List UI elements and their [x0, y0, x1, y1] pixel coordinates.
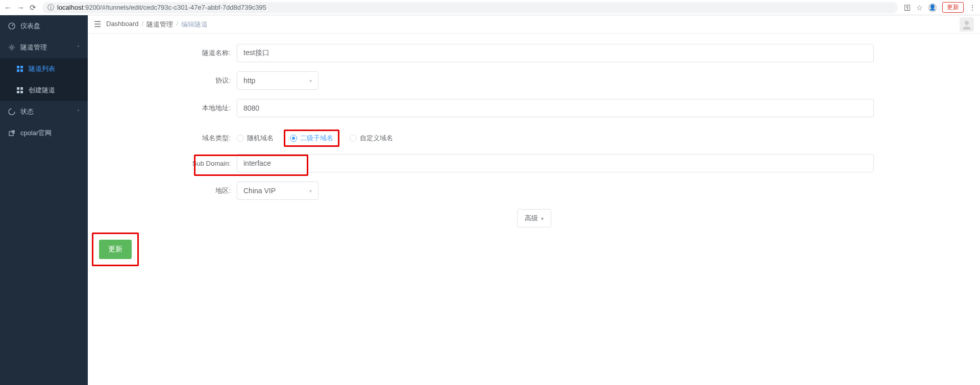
url-bar[interactable]: ⓘ localhost:9200/#/tunnels/edit/cedc793c… [42, 2, 898, 13]
svg-rect-7 [20, 87, 23, 90]
url-port: :9200 [83, 4, 100, 11]
topbar: ☰ Dashboard / 隧道管理 / 编辑隧道 [88, 15, 980, 34]
gear-icon [8, 44, 15, 51]
loader-icon [8, 108, 15, 115]
radio-label: 二级子域名 [300, 134, 333, 143]
chevron-down-icon: ˅ [77, 109, 80, 115]
menu-icon[interactable]: ⋮ [969, 4, 976, 12]
sidebar-item-status[interactable]: 状态 ˅ [0, 101, 88, 122]
sidebar-item-tunnel-list[interactable]: 隧道列表 [0, 58, 88, 80]
sidebar-item-dashboard[interactable]: 仪表盘 [0, 15, 88, 37]
browser-toolbar: ← → ⟳ ⓘ localhost:9200/#/tunnels/edit/ce… [0, 0, 980, 15]
sidebar-item-label: 创建隧道 [29, 86, 55, 95]
breadcrumb: Dashboard / 隧道管理 / 编辑隧道 [106, 20, 208, 29]
protocol-select[interactable]: http ▾ [237, 71, 318, 90]
profile-icon[interactable]: 👤 [928, 3, 937, 12]
breadcrumb-item[interactable]: Dashboard [106, 20, 139, 29]
reload-icon[interactable]: ⟳ [30, 3, 36, 12]
star-icon[interactable]: ☆ [916, 4, 923, 12]
breadcrumb-item-current: 编辑隧道 [181, 20, 208, 29]
chevron-down-icon: ▾ [309, 78, 312, 84]
protocol-value: http [243, 76, 255, 85]
sidebar: 仪表盘 隧道管理 ˄ 隧道列表 创建隧道 状态 ˅ [0, 15, 88, 385]
svg-point-1 [11, 46, 13, 48]
subdomain-label: Sub Domain: [192, 160, 231, 167]
advanced-label: 高级 [525, 214, 538, 223]
advanced-toggle-button[interactable]: 高级 ▾ [517, 209, 551, 227]
sidebar-item-label: 隧道管理 [20, 43, 47, 52]
radio-label: 自定义域名 [360, 134, 393, 143]
domain-type-label: 域名类型: [94, 134, 237, 143]
svg-rect-9 [20, 91, 23, 93]
info-icon[interactable]: ⓘ [47, 3, 54, 12]
key-icon[interactable]: ⚿ [904, 4, 911, 12]
radio-dot-icon [237, 135, 244, 142]
chevron-up-icon: ˄ [77, 45, 80, 50]
local-addr-label: 本地地址: [94, 104, 237, 113]
svg-point-11 [965, 21, 969, 25]
svg-rect-4 [17, 69, 19, 72]
grid-icon [16, 87, 23, 93]
radio-random-domain[interactable]: 随机域名 [237, 134, 274, 143]
region-value: China VIP [243, 187, 276, 195]
svg-rect-5 [20, 69, 23, 72]
breadcrumb-separator: / [142, 20, 144, 29]
svg-rect-6 [17, 87, 19, 90]
external-link-icon [8, 130, 15, 136]
sidebar-item-label: cpolar官网 [20, 129, 52, 138]
sidebar-item-label: 状态 [20, 107, 34, 116]
svg-rect-3 [20, 66, 23, 68]
grid-icon [16, 66, 23, 72]
chevron-down-icon: ▾ [309, 188, 312, 194]
chevron-down-icon: ▾ [541, 216, 544, 221]
forward-icon[interactable]: → [17, 3, 24, 12]
local-addr-input[interactable] [237, 99, 874, 117]
radio-custom-domain[interactable]: 自定义域名 [350, 134, 393, 143]
sidebar-item-tunnel-mgmt[interactable]: 隧道管理 ˄ [0, 37, 88, 58]
radio-subdomain[interactable]: 二级子域名 [286, 132, 337, 145]
sidebar-item-label: 隧道列表 [29, 64, 55, 73]
region-select[interactable]: China VIP ▾ [237, 182, 318, 200]
hamburger-icon[interactable]: ☰ [94, 19, 101, 29]
radio-label: 随机域名 [247, 134, 274, 143]
subdomain-input[interactable] [237, 154, 874, 172]
avatar[interactable] [960, 17, 974, 32]
radio-dot-icon [350, 135, 357, 142]
svg-rect-2 [17, 66, 19, 68]
url-path: /#/tunnels/edit/cedc793c-c301-47e7-abbf-… [100, 4, 266, 11]
sidebar-item-label: 仪表盘 [20, 21, 40, 31]
sidebar-item-tunnel-create[interactable]: 创建隧道 [0, 80, 88, 101]
region-label: 地区: [94, 186, 237, 195]
svg-rect-8 [17, 91, 19, 93]
sidebar-item-cpolar-site[interactable]: cpolar官网 [0, 122, 88, 144]
breadcrumb-separator: / [176, 20, 178, 29]
browser-update-button[interactable]: 更新 [942, 2, 964, 13]
url-host: localhost [57, 4, 83, 11]
back-icon[interactable]: ← [4, 3, 12, 12]
tunnel-name-label: 隧道名称: [94, 48, 237, 58]
protocol-label: 协议: [94, 76, 237, 85]
breadcrumb-item[interactable]: 隧道管理 [146, 20, 173, 29]
update-button[interactable]: 更新 [99, 240, 132, 259]
radio-dot-icon [290, 135, 297, 142]
dashboard-icon [8, 22, 15, 30]
tunnel-name-input[interactable] [237, 44, 874, 62]
